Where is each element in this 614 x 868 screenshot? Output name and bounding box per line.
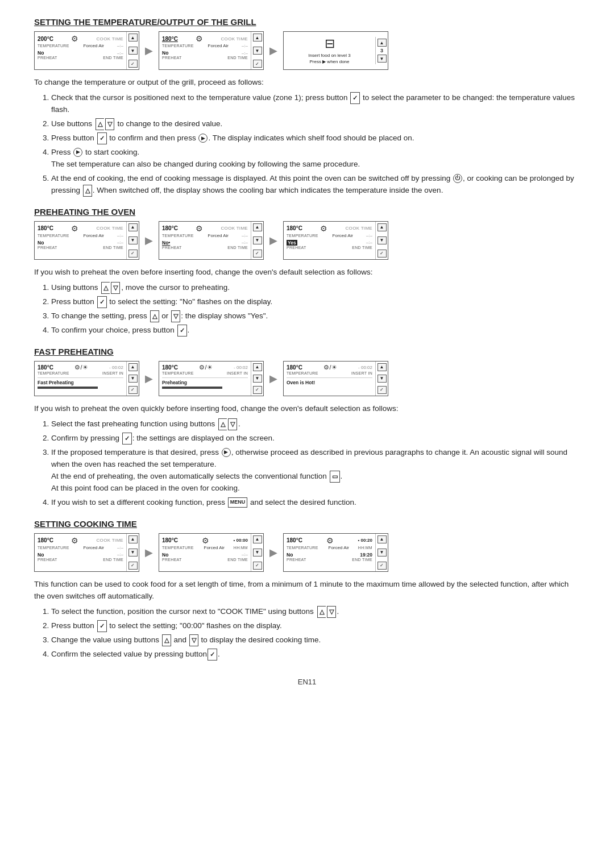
preheat-intro: If you wish to preheat the oven before i… bbox=[34, 267, 580, 279]
pre-p3-fan-icon: ⚙ bbox=[320, 224, 327, 233]
arrow-ct-1: ▶ bbox=[145, 546, 153, 559]
pre-p1-check-btn[interactable]: ✓ bbox=[128, 250, 138, 258]
grill-p1-up-btn[interactable]: ▲ bbox=[128, 34, 138, 41]
grill-p1-endtime-val: –:– bbox=[117, 51, 123, 56]
pre-p1-endtime-label: END TIME bbox=[103, 246, 123, 250]
arrow-ct-2: ▶ bbox=[269, 546, 277, 559]
pre-p2-up-btn[interactable]: ▲ bbox=[253, 223, 262, 231]
pre-p3-down-btn[interactable]: ▼ bbox=[377, 236, 387, 244]
grill-p1-temp-label: TEMPERATURE bbox=[38, 44, 69, 48]
grill-p1-preheat-val: No bbox=[38, 50, 44, 56]
grill-p2-down-btn[interactable]: ▼ bbox=[253, 47, 262, 55]
pre-p1-side: ▲ ▼ ✓ bbox=[126, 222, 139, 259]
ct-p2-check-btn[interactable]: ✓ bbox=[253, 562, 262, 570]
preheat-step-1: Using buttons △▽, move the cursor to pre… bbox=[51, 282, 580, 294]
pre-p1-up-btn[interactable]: ▲ bbox=[128, 223, 138, 231]
preheat-display-row: 180°C ⚙ COOK TIME TEMPERATURE Forced Air… bbox=[34, 221, 580, 260]
pre-up-btn: △ bbox=[101, 282, 110, 294]
fp-p3-status: Oven is Hot! bbox=[287, 380, 372, 385]
check-btn-inline-2: ✓ bbox=[97, 132, 107, 144]
preheat-panel-1: 180°C ⚙ COOK TIME TEMPERATURE Forced Air… bbox=[34, 221, 139, 260]
pre-p1-down-btn[interactable]: ▼ bbox=[128, 236, 138, 244]
ct-p3-check-btn[interactable]: ✓ bbox=[377, 562, 387, 570]
ct-p2-endtime-label: END TIME bbox=[227, 558, 248, 562]
pre-p3-endtime-val: –:– bbox=[366, 240, 372, 245]
ct-p2-cooktime-label: HH:MM bbox=[234, 546, 248, 550]
grill-p2-preheat-label: PREHEAT bbox=[162, 56, 182, 60]
up-btn-inline: △ bbox=[96, 118, 104, 130]
ct-p1-check-btn[interactable]: ✓ bbox=[128, 562, 138, 570]
grill-intro: To change the temperature or output of t… bbox=[34, 77, 580, 89]
ct-panel-1: 180°C ⚙ COOK TIME TEMPERATURE Forced Air… bbox=[34, 533, 139, 572]
ct-p2-down-btn[interactable]: ▼ bbox=[253, 549, 262, 556]
fp-panel-1: 180°C ⚙/☀ - 00:02 TEMPERATURE INSERT IN … bbox=[34, 361, 139, 396]
ct-p2-preheat-label: PREHEAT bbox=[162, 558, 182, 562]
ct-p3-cooktime-label: HH:MM bbox=[358, 546, 372, 550]
grill-step-4: Press ▶ to start cooking.The set tempera… bbox=[51, 147, 580, 171]
pre-p1-temp-label: TEMPERATURE bbox=[38, 234, 69, 238]
ct-p3-preheat-label: PREHEAT bbox=[287, 558, 306, 562]
fp-p1-down-btn[interactable]: ▼ bbox=[128, 375, 138, 383]
fp-p2-progress-bar bbox=[162, 387, 222, 389]
pre-p3-up-btn[interactable]: ▲ bbox=[377, 223, 387, 231]
arrow-pre-2: ▶ bbox=[269, 234, 277, 247]
pre-p2-down-btn[interactable]: ▼ bbox=[253, 236, 262, 244]
pre-check-btn-2: ✓ bbox=[177, 325, 187, 337]
pre-p3-preheat-label: PREHEAT bbox=[287, 246, 306, 250]
grill-p2-endtime-label: END TIME bbox=[227, 56, 248, 60]
fp-p2-check-btn[interactable]: ✓ bbox=[253, 386, 262, 394]
fp-p1-up-btn[interactable]: ▲ bbox=[128, 363, 138, 371]
fp-p2-down-btn[interactable]: ▼ bbox=[253, 375, 262, 383]
pre-down-btn: ▽ bbox=[111, 282, 120, 294]
grill-p3-shelf-icon: ⊟ bbox=[325, 36, 335, 51]
grill-p2-forced-air: Forced Air bbox=[208, 43, 229, 48]
ct-p1-preheat-label: PREHEAT bbox=[38, 558, 57, 562]
fp-p3-check-btn[interactable]: ✓ bbox=[377, 386, 387, 394]
pre-check-btn: ✓ bbox=[97, 296, 107, 308]
fp-p1-check-btn[interactable]: ✓ bbox=[128, 386, 138, 394]
ct-p1-side: ▲ ▼ ✓ bbox=[126, 534, 139, 571]
arrow-fp-2: ▶ bbox=[269, 372, 277, 385]
grill-p1-down-btn[interactable]: ▼ bbox=[128, 47, 138, 55]
pre-p2-endtime-label: END TIME bbox=[227, 246, 248, 250]
grill-p2-cooktime-val: –:– bbox=[242, 43, 248, 48]
fp-play-btn: ▶ bbox=[222, 448, 231, 457]
section-title-preheat: PREHEATING THE OVEN bbox=[34, 207, 580, 217]
fp-p3-down-btn[interactable]: ▼ bbox=[377, 375, 387, 383]
preheat-panel-3: 180°C ⚙ COOK TIME TEMPERATURE Forced Air… bbox=[283, 221, 388, 260]
fp-p1-bottom: Fast Preheating bbox=[38, 377, 123, 389]
ct-p1-temp-label: TEMPERATURE bbox=[38, 546, 69, 550]
grill-p1-check-btn[interactable]: ✓ bbox=[128, 60, 138, 68]
preheat-step-3: To change the setting, press △ or ▽: the… bbox=[51, 310, 580, 322]
ct-p3-down-btn[interactable]: ▼ bbox=[377, 549, 387, 556]
play-btn-inline: ▶ bbox=[198, 134, 208, 143]
ct-p2-up-btn[interactable]: ▲ bbox=[253, 535, 262, 543]
fp-p2-up-btn[interactable]: ▲ bbox=[253, 363, 262, 371]
pre-p3-check-btn[interactable]: ✓ bbox=[377, 250, 387, 258]
down-btn-inline: ▽ bbox=[105, 118, 114, 130]
ct-p1-up-btn[interactable]: ▲ bbox=[128, 535, 138, 543]
fp-down-btn: ▽ bbox=[228, 418, 237, 430]
ct-p1-down-btn[interactable]: ▼ bbox=[128, 549, 138, 556]
pre-p2-check-btn[interactable]: ✓ bbox=[253, 250, 262, 258]
grill-p2-check-btn[interactable]: ✓ bbox=[253, 60, 262, 68]
grill-p2-preheat-val: No bbox=[162, 50, 168, 56]
fp-p3-up-btn[interactable]: ▲ bbox=[377, 363, 387, 371]
grill-p3-up-btn[interactable]: ▲ bbox=[377, 39, 387, 47]
ct-p1-fan-icon: ⚙ bbox=[71, 536, 78, 545]
ct-p3-temp-label: TEMPERATURE bbox=[287, 546, 318, 550]
pre-p2-fan-icon: ⚙ bbox=[196, 224, 203, 233]
grill-p1-side: ▲ ▼ ✓ bbox=[126, 32, 139, 69]
grill-p1-temp: 200°C bbox=[38, 36, 53, 42]
fast-preheat-steps: Select the fast preheating function usin… bbox=[51, 418, 580, 509]
fp-p3-insert: - 00:02 bbox=[358, 365, 372, 370]
grill-p3-down-btn[interactable]: ▼ bbox=[377, 55, 387, 63]
cook-time-display-row: 180°C ⚙ COOK TIME TEMPERATURE Forced Air… bbox=[34, 533, 580, 572]
grill-p2-up-btn[interactable]: ▲ bbox=[253, 34, 262, 41]
ct-panel-2: 180°C ⚙ • 00:00 TEMPERATURE Forced Air H… bbox=[159, 533, 264, 572]
ct-ud-btn: △▽ bbox=[317, 606, 337, 618]
pre-p2-side: ▲ ▼ ✓ bbox=[251, 222, 263, 259]
ct-p3-up-btn[interactable]: ▲ bbox=[377, 535, 387, 543]
pre-p2-endtime-val: –:– bbox=[242, 240, 248, 245]
section-title-grill: SETTING THE TEMPERATURE/OUTPUT OF THE GR… bbox=[34, 17, 580, 27]
